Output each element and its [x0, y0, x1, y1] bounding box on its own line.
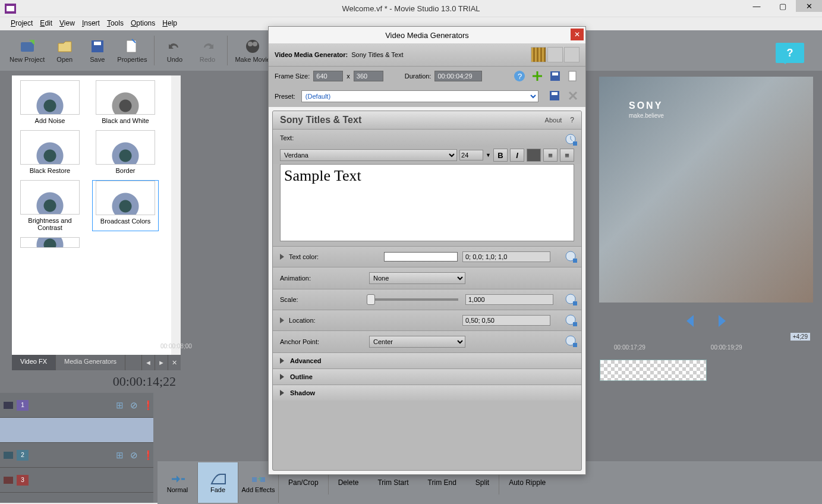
undo-icon [166, 38, 183, 55]
track-fx-icon[interactable]: ⊞ [114, 400, 125, 411]
preset-delete-icon[interactable] [566, 89, 580, 102]
shadow-section[interactable]: Shadow [273, 385, 581, 401]
head-icon-3[interactable] [564, 47, 580, 62]
tab-close[interactable]: ✕ [168, 355, 181, 370]
keyframe-icon[interactable] [565, 314, 578, 328]
normal-button[interactable]: Normal [158, 462, 198, 503]
svg-text:?: ? [518, 72, 522, 81]
dialog-save-icon[interactable] [549, 70, 562, 83]
fontsize-input[interactable] [459, 150, 483, 160]
track-mute-icon[interactable]: ⊘ [128, 400, 139, 411]
timecode: 00:00:14;22 [0, 370, 184, 393]
track-1-level[interactable] [0, 418, 153, 443]
delete-button[interactable]: Delete [329, 478, 369, 487]
open-button[interactable]: Open [48, 33, 81, 68]
redo-button[interactable]: Redo [191, 33, 223, 68]
menu-help[interactable]: Help [159, 17, 181, 30]
text-label: Text: [280, 134, 369, 141]
textcolor-swatch[interactable] [384, 252, 458, 262]
location-value[interactable] [462, 315, 550, 326]
track-solo-icon[interactable]: ❗ [143, 400, 153, 411]
svg-point-6 [248, 42, 253, 46]
track-3-header[interactable]: 3 [0, 468, 153, 493]
panel-help[interactable]: ? [570, 116, 574, 124]
menu-insert[interactable]: Insert [78, 17, 103, 30]
frame-width-input[interactable] [313, 71, 343, 81]
trimstart-button[interactable]: Trim Start [368, 478, 418, 487]
properties-button[interactable]: Properties [114, 33, 150, 68]
text-input[interactable]: Sample Text [280, 164, 574, 241]
tab-next[interactable]: ► [155, 355, 168, 370]
fx-brightness-contrast[interactable]: Brightness and Contrast [17, 180, 83, 231]
svg-rect-11 [252, 477, 257, 482]
fx-border[interactable]: Border [92, 130, 159, 174]
tab-prev[interactable]: ◄ [141, 355, 155, 370]
align-right-button[interactable]: ≡ [560, 149, 574, 162]
anchor-select[interactable]: Center [369, 336, 465, 348]
advanced-section[interactable]: Advanced [273, 352, 581, 368]
duration-input[interactable] [434, 71, 482, 81]
fx-broadcast-colors[interactable]: Broadcast Colors [92, 180, 159, 231]
fx-black-white[interactable]: Black and White [92, 80, 159, 124]
maximize-button[interactable]: ▢ [770, 0, 796, 12]
dialog-props-icon[interactable] [566, 70, 580, 83]
svg-rect-30 [573, 343, 577, 347]
menu-tools[interactable]: Tools [103, 17, 127, 30]
scale-slider[interactable] [369, 298, 458, 301]
font-select[interactable]: Verdana [280, 149, 457, 161]
preview-prev-button[interactable] [681, 313, 701, 329]
dialog-help-icon[interactable]: ? [513, 70, 526, 83]
dialog-title: Video Media Generators [385, 31, 469, 40]
help-bubble[interactable]: ? [776, 43, 804, 63]
pancrop-button[interactable]: Pan/Crop [279, 478, 328, 487]
menu-options[interactable]: Options [127, 17, 159, 30]
undo-button[interactable]: Undo [158, 33, 191, 68]
menu-project[interactable]: Project [7, 17, 36, 30]
head-icon-2[interactable] [547, 47, 563, 62]
tab-video-fx[interactable]: Video FX [12, 355, 56, 370]
about-link[interactable]: About [545, 116, 562, 124]
fx-grid: Add Noise Black and White Black Restore … [12, 75, 181, 355]
split-button[interactable]: Split [466, 478, 499, 487]
fade-button[interactable]: Fade [198, 462, 238, 503]
dialog-add-icon[interactable] [531, 70, 544, 83]
menu-edit[interactable]: Edit [36, 17, 56, 30]
keyframe-icon[interactable] [565, 293, 578, 307]
fx-black-restore[interactable]: Black Restore [17, 130, 83, 174]
keyframe-icon[interactable] [565, 250, 578, 264]
outline-section[interactable]: Outline [273, 368, 581, 385]
align-center-button[interactable]: ≡ [543, 149, 558, 162]
textcolor-value[interactable] [462, 251, 550, 262]
dialog-titlebar[interactable]: Video Media Generators ✕ [269, 27, 585, 43]
dialog-close-button[interactable]: ✕ [571, 29, 584, 40]
autoripple-button[interactable]: Auto Ripple [499, 478, 555, 487]
timeline-clip[interactable] [600, 360, 707, 381]
close-button[interactable]: ✕ [796, 0, 822, 12]
animation-select[interactable]: None [369, 272, 465, 284]
minimize-button[interactable]: — [744, 0, 770, 12]
align-left-button[interactable] [527, 149, 541, 162]
preset-select[interactable]: (Default) [301, 90, 538, 102]
fx-partial[interactable] [17, 237, 83, 250]
new-project-button[interactable]: New Project [6, 33, 48, 68]
preview-next-button[interactable] [711, 313, 732, 329]
italic-button[interactable]: I [510, 149, 524, 162]
tab-media-generators[interactable]: Media Generators [56, 355, 125, 370]
svg-rect-17 [552, 73, 558, 75]
fx-scrollbar[interactable] [171, 75, 181, 355]
properties-icon [124, 38, 140, 55]
head-icon-1[interactable] [531, 47, 546, 62]
framesize-label: Frame Size: [275, 73, 310, 80]
fx-add-noise[interactable]: Add Noise [17, 80, 83, 124]
menu-view[interactable]: View [56, 17, 78, 30]
preset-save-icon[interactable] [548, 89, 561, 102]
track-2-header[interactable]: 2⊞⊘❗ [0, 443, 153, 468]
bold-button[interactable]: B [493, 149, 508, 162]
track-1-header[interactable]: 1⊞⊘❗ [0, 393, 153, 418]
trimend-button[interactable]: Trim End [418, 478, 466, 487]
frame-height-input[interactable] [354, 71, 383, 81]
scale-value[interactable] [465, 294, 553, 305]
save-button[interactable]: Save [81, 33, 114, 68]
keyframe-icon[interactable] [565, 133, 578, 146]
keyframe-icon[interactable] [565, 335, 578, 349]
